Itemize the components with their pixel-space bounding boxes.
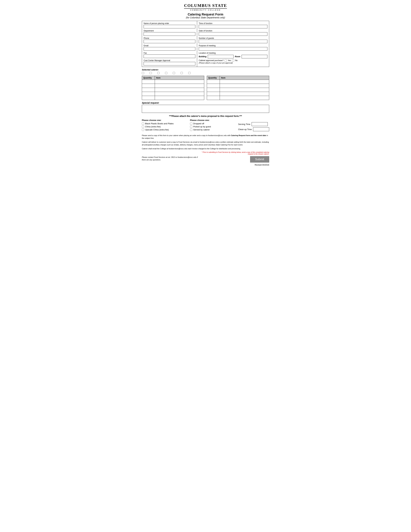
choose-right-item-1: Dropped off [190, 122, 235, 125]
info-para-1: Please send a copy of this form to your … [142, 134, 269, 139]
cost-center-input[interactable] [144, 62, 195, 66]
left-qty-1[interactable] [142, 80, 155, 84]
info-para-3: Caterer shall email the College at foods… [142, 147, 269, 150]
phone-input[interactable] [144, 40, 195, 43]
revised-text: Revised 04/2016 [142, 164, 269, 166]
choose-left-item-3: Upscale China (extra fee) [142, 128, 187, 131]
special-request-box[interactable] [142, 105, 269, 113]
cabinet-label: Cabinet approved purchase? [199, 59, 224, 62]
cabinet-row: Cabinet approved purchase? Yes No [199, 59, 267, 62]
right-item-4[interactable] [220, 92, 269, 96]
red-note: * Prior to submitting to Food Services b… [200, 151, 269, 155]
table-row [142, 80, 204, 84]
attach-note: ***Please attach the caterer's menu prop… [142, 115, 269, 117]
choose-section-right: Please choose one: Dropped off Picked up… [190, 119, 235, 132]
no-label: No [235, 59, 238, 62]
right-qty-5[interactable] [207, 96, 220, 100]
caterer-checkbox-7[interactable] [188, 72, 190, 74]
table-row [207, 96, 269, 100]
date-label: Date of function [199, 30, 267, 32]
left-qty-2[interactable] [142, 84, 155, 88]
left-item-4[interactable] [155, 92, 204, 96]
location-label: Location of meeting [199, 52, 267, 54]
guests-label: Number of guests [199, 37, 267, 39]
choose-section-left: Please choose one: Black Plastic Bowls a… [142, 119, 187, 132]
table-row [142, 92, 204, 96]
department-input[interactable] [144, 32, 195, 36]
choose-left-checkbox-2[interactable] [142, 126, 144, 128]
fax-input[interactable] [144, 55, 195, 58]
cabinet-yes-checkbox[interactable] [224, 59, 227, 62]
choose-left-label-3: Upscale China (extra fee) [145, 128, 169, 131]
caterer-label: Selected caterer: [142, 68, 159, 71]
left-qty-4[interactable] [142, 92, 155, 96]
form-title: Catering Request Form [142, 13, 269, 16]
cleanup-time-label: Clean-up Time [238, 128, 252, 131]
table-row [142, 88, 204, 92]
serving-time-label: Serving Time [238, 123, 250, 125]
right-qty-3[interactable] [207, 88, 220, 92]
caterer-checkbox-5[interactable] [173, 72, 175, 74]
purpose-label: Purpose of meeting [199, 45, 267, 47]
college-name: Community College [142, 9, 269, 11]
header: Columbus State Community College [142, 3, 269, 11]
room-input[interactable] [242, 55, 267, 58]
caterer-checkbox-4[interactable] [165, 72, 167, 74]
right-qty-2[interactable] [207, 84, 220, 88]
left-item-2[interactable] [155, 84, 204, 88]
cleanup-time-input[interactable] [253, 127, 269, 131]
form-subtitle: (for Columbus State Departments only) [142, 16, 269, 19]
email-input[interactable] [144, 47, 195, 51]
caterer-item-5 [173, 72, 176, 74]
left-order-table: Quantity Item [142, 76, 204, 100]
choose-left-checkbox-3[interactable] [142, 129, 144, 131]
choose-right-checkbox-1[interactable] [190, 123, 192, 125]
choose-right-checkbox-3[interactable] [190, 129, 192, 131]
cleanup-time-row: Clean-up Time [238, 127, 269, 131]
right-item-header: Item [220, 76, 269, 80]
left-qty-5[interactable] [142, 96, 155, 100]
choose-left-label-2: China (extra fee) [145, 125, 161, 128]
left-item-3[interactable] [155, 88, 204, 92]
choose-right-label-1: Dropped off [193, 122, 204, 125]
right-qty-4[interactable] [207, 92, 220, 96]
left-qty-3[interactable] [142, 88, 155, 92]
table-row [142, 84, 204, 88]
caterer-section: Selected caterer: [142, 68, 269, 74]
name-input[interactable] [144, 25, 195, 28]
choose-left-label-1: Black Plastic Bowls and Plates [145, 122, 174, 125]
right-column: Time of function Date of function Number… [197, 21, 269, 67]
caterer-item-7 [188, 72, 191, 74]
school-name: Columbus State [184, 3, 227, 9]
choose-right-checkbox-2[interactable] [190, 126, 192, 128]
building-input[interactable] [208, 55, 234, 58]
date-input[interactable] [199, 32, 267, 36]
caterer-checkbox-2[interactable] [149, 72, 152, 74]
left-item-1[interactable] [155, 80, 204, 84]
choose-right-label-3: Served by caterer [193, 128, 210, 131]
table-row [142, 96, 204, 100]
submit-button[interactable]: Submit [250, 156, 269, 162]
choose-left-checkbox-1[interactable] [142, 123, 144, 125]
right-qty-1[interactable] [207, 80, 220, 84]
fax-label: Fax [144, 52, 195, 54]
left-item-5[interactable] [155, 96, 204, 100]
serving-time-input[interactable] [252, 122, 268, 126]
caterer-checkbox-6[interactable] [180, 72, 183, 74]
time-input[interactable] [199, 25, 267, 28]
caterer-checkbox-1[interactable] [142, 72, 144, 74]
cabinet-no-checkbox[interactable] [232, 59, 234, 62]
right-item-3[interactable] [220, 88, 269, 92]
right-qty-header: Quantity [207, 76, 220, 80]
right-item-1[interactable] [220, 80, 269, 84]
table-row [207, 88, 269, 92]
submit-row: Submit [200, 156, 269, 162]
choose-left-title: Please choose one: [142, 119, 187, 121]
guests-input[interactable] [199, 40, 267, 43]
right-item-5[interactable] [220, 96, 269, 100]
caterer-checkbox-3[interactable] [157, 72, 159, 74]
purpose-input[interactable] [199, 47, 267, 51]
right-item-2[interactable] [220, 84, 269, 88]
email-label: Email [144, 45, 195, 47]
footer-note: Please contact Food Services at ext. 391… [142, 156, 200, 161]
